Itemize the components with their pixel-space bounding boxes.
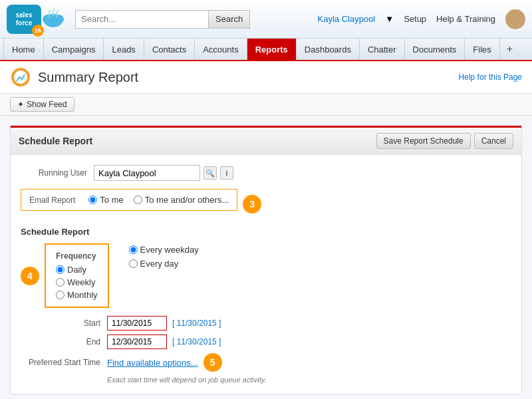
email-to-me-option[interactable]: To me: [88, 195, 123, 205]
freq-weekly-radio[interactable]: [56, 278, 65, 287]
help-training-link[interactable]: Help & Training: [436, 14, 495, 24]
nav-item-home[interactable]: Home: [3, 39, 44, 60]
frequency-label: Frequency: [56, 251, 98, 261]
save-report-schedule-button[interactable]: Save Report Schedule: [376, 133, 471, 149]
header-right: Kayla Claypool ▼ Setup Help & Training: [318, 9, 525, 29]
running-user-label: Running User: [21, 168, 94, 178]
nav-item-files[interactable]: Files: [465, 39, 499, 60]
logo-badge: 16: [32, 25, 44, 37]
freq-weekly-label: Weekly: [67, 277, 95, 287]
freq-monthly-option[interactable]: Monthly: [56, 290, 98, 300]
every-day-label: Every day: [140, 259, 179, 269]
panel-body: Running User 🔍 i Email Report To me: [11, 155, 521, 394]
email-to-others-label: To me and/or others...: [145, 195, 229, 205]
panel-title: Schedule Report: [19, 136, 92, 146]
svg-point-2: [53, 15, 64, 24]
panel-header: Schedule Report Save Report Schedule Can…: [11, 128, 521, 155]
freq-daily-option[interactable]: Daily: [56, 265, 98, 275]
logo-area: salesforce 16: [7, 5, 65, 34]
cloud-icon: [41, 6, 65, 33]
nav: Home Campaigns Leads Contacts Accounts R…: [0, 39, 532, 61]
every-day-option[interactable]: Every day: [129, 259, 199, 269]
subheader: Summary Report Help for this Page: [0, 61, 532, 94]
preferred-start-time-row: Preferred Start Time Find available opti…: [21, 353, 511, 372]
help-for-page-link[interactable]: Help for this Page: [459, 72, 522, 82]
find-available-options-link[interactable]: Find available options...: [107, 358, 198, 368]
running-user-value: 🔍 i: [94, 165, 233, 181]
freq-monthly-radio[interactable]: [56, 291, 65, 299]
header: salesforce 16 Search Kayla Claypool ▼ Se…: [0, 0, 532, 39]
nav-item-reports[interactable]: Reports: [247, 39, 297, 60]
show-feed-icon: ✦: [17, 100, 24, 109]
freq-daily-radio[interactable]: [56, 265, 65, 274]
freq-weekly-option[interactable]: Weekly: [56, 277, 98, 287]
logo-text: salesforce: [15, 11, 32, 27]
nav-item-leads[interactable]: Leads: [104, 39, 144, 60]
email-report-label: Email Report: [29, 196, 75, 205]
frequency-row: 4 Frequency Daily Week: [21, 243, 511, 308]
email-report-box: Email Report To me To me and/or others..…: [21, 189, 237, 211]
info-icon[interactable]: i: [220, 166, 233, 180]
callout-5-badge: 5: [203, 353, 222, 372]
end-label: End: [21, 337, 107, 346]
avatar: [505, 9, 525, 29]
email-radio-group: To me To me and/or others...: [88, 195, 229, 205]
callout-3-badge: 3: [243, 195, 261, 213]
schedule-report-panel: Schedule Report Save Report Schedule Can…: [10, 126, 522, 394]
nav-item-documents[interactable]: Documents: [405, 39, 466, 60]
nav-item-campaigns[interactable]: Campaigns: [44, 39, 104, 60]
user-dropdown-icon[interactable]: ▼: [385, 14, 394, 24]
preferred-start-time-label: Preferred Start Time: [21, 358, 107, 367]
lookup-icon[interactable]: 🔍: [203, 166, 217, 180]
setup-link[interactable]: Setup: [404, 14, 426, 24]
freq-daily-label: Daily: [67, 265, 86, 275]
start-date-link[interactable]: [ 11/30/2015 ]: [172, 319, 221, 328]
end-date-input[interactable]: [107, 334, 167, 349]
schedule-section-label: Schedule Report: [21, 227, 511, 237]
main-content: Schedule Report Save Report Schedule Can…: [0, 116, 532, 399]
frequency-options: Daily Weekly Monthly: [56, 265, 98, 300]
nav-item-accounts[interactable]: Accounts: [195, 39, 247, 60]
svg-point-1: [43, 15, 53, 24]
end-date-link[interactable]: [ 11/30/2015 ]: [172, 337, 221, 346]
email-to-me-radio[interactable]: [88, 196, 97, 204]
freq-monthly-label: Monthly: [67, 290, 98, 300]
every-weekday-radio[interactable]: [129, 245, 138, 254]
running-user-input[interactable]: [94, 165, 200, 181]
day-options: Every weekday Every day: [129, 243, 199, 269]
show-feed-button[interactable]: ✦ Show Feed: [10, 97, 74, 112]
show-feed-bar: ✦ Show Feed: [0, 94, 532, 116]
email-to-me-label: To me: [100, 195, 123, 205]
running-user-row: Running User 🔍 i: [21, 165, 511, 181]
frequency-box: Frequency Daily Weekly: [45, 243, 109, 308]
callout-4-badge: 4: [21, 267, 39, 285]
start-label: Start: [21, 319, 107, 328]
email-to-others-radio[interactable]: [134, 196, 142, 204]
svg-point-4: [14, 70, 27, 84]
start-row: Start [ 11/30/2015 ]: [21, 316, 511, 331]
note-text: Exact start time will depend on job queu…: [107, 376, 511, 384]
search-area: Search: [75, 10, 261, 29]
search-input[interactable]: [75, 10, 208, 29]
every-weekday-label: Every weekday: [140, 245, 199, 255]
panel-actions: Save Report Schedule Cancel: [376, 133, 513, 149]
schedule-dates: Start [ 11/30/2015 ] End [ 11/30/2015 ] …: [21, 316, 511, 384]
start-date-input[interactable]: [107, 316, 167, 331]
user-link[interactable]: Kayla Claypool: [318, 14, 376, 24]
nav-item-chatter[interactable]: Chatter: [360, 39, 405, 60]
salesforce-logo: salesforce 16: [7, 5, 41, 34]
nav-item-dashboards[interactable]: Dashboards: [297, 39, 360, 60]
search-button[interactable]: Search: [208, 10, 250, 29]
show-feed-label: Show Feed: [27, 100, 67, 109]
schedule-report-block: Schedule Report 4 Frequency Daily: [21, 227, 511, 384]
nav-item-contacts[interactable]: Contacts: [144, 39, 195, 60]
nav-more-button[interactable]: +: [500, 39, 519, 60]
email-to-others-option[interactable]: To me and/or others...: [134, 195, 229, 205]
page-title: Summary Report: [38, 70, 138, 85]
every-weekday-option[interactable]: Every weekday: [129, 245, 199, 255]
report-icon: [10, 66, 31, 88]
page-title-area: Summary Report: [10, 66, 138, 88]
every-day-radio[interactable]: [129, 259, 138, 268]
end-row: End [ 11/30/2015 ]: [21, 334, 511, 349]
cancel-button[interactable]: Cancel: [474, 133, 513, 149]
